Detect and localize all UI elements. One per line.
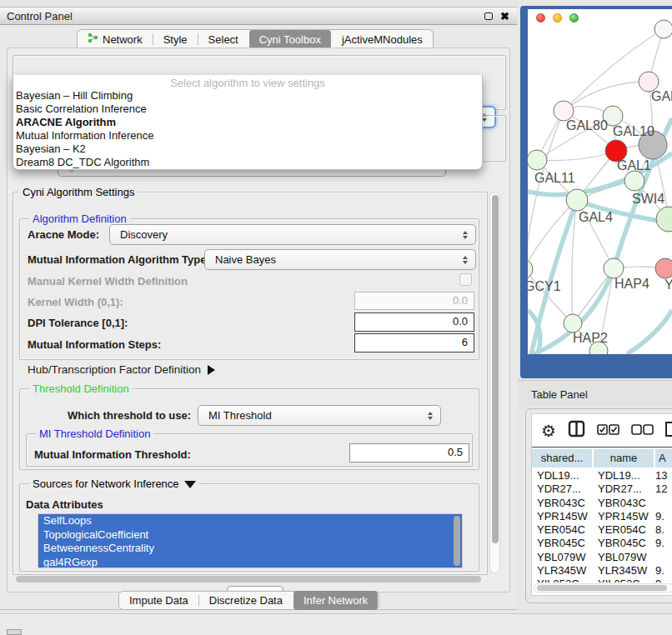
network-graph[interactable]: GAL GAL80 GAL10 GAL1 GAL11 SWI4 GAL4 GCY…: [528, 9, 672, 354]
cell: 9.: [653, 537, 672, 550]
settings-hscrollbar-thumb[interactable]: [16, 576, 481, 582]
node-label: Y: [664, 278, 672, 292]
mi-algorithm-type-label: Mutual Information Algorithm Type:: [28, 253, 210, 266]
which-threshold-combobox[interactable]: MI Threshold: [198, 405, 441, 426]
node-gcy1[interactable]: [528, 259, 533, 279]
column-header-shared[interactable]: shared...: [532, 449, 592, 468]
cell: YER054C: [532, 523, 592, 537]
control-panel-titlebar: Control Panel ✖: [0, 7, 517, 25]
cell: 8.: [653, 523, 672, 537]
cell: 9: [653, 578, 672, 582]
dpi-tolerance-field[interactable]: 0.0: [354, 312, 474, 332]
tab-network[interactable]: Network: [78, 30, 153, 49]
cell: YPR145W: [592, 510, 653, 523]
tab-discretize-data[interactable]: Discretize Data: [199, 591, 293, 610]
attribute-item-selected[interactable]: BetweennessCentrality: [38, 542, 462, 556]
table-row[interactable]: YDR27...YDR27...12: [532, 482, 672, 496]
float-panel-icon[interactable]: [484, 12, 493, 20]
node-gal11[interactable]: [528, 150, 547, 170]
sources-group-title[interactable]: Sources for Network Inference: [29, 478, 199, 490]
deselect-all-icon[interactable]: [631, 423, 654, 438]
algorithm-definition-title: Algorithm Definition: [29, 212, 130, 225]
table-row[interactable]: YPR145WYPR145W9.: [532, 510, 672, 523]
node-gal4[interactable]: [566, 189, 588, 211]
dropdown-item[interactable]: Dream8 DC_TDC Algorithm: [13, 156, 482, 169]
select-all-icon[interactable]: [597, 423, 619, 438]
expand-arrow-icon[interactable]: [208, 365, 215, 375]
node-label: GCY1: [528, 279, 561, 293]
tab-impute-data[interactable]: Impute Data: [119, 591, 198, 610]
network-canvas[interactable]: GAL GAL80 GAL10 GAL1 GAL11 SWI4 GAL4 GCY…: [528, 9, 672, 354]
file-icon[interactable]: [665, 421, 672, 441]
manual-kernel-width-checkbox[interactable]: [459, 273, 472, 286]
which-threshold-label: Which threshold to use:: [68, 409, 191, 422]
node-label: GAL10: [613, 124, 654, 138]
close-icon[interactable]: ✖: [500, 10, 509, 22]
attributes-scrollbar-thumb[interactable]: [454, 516, 460, 566]
node[interactable]: [656, 207, 672, 232]
tab-style[interactable]: Style: [153, 30, 198, 49]
table-horizontal-scrollbar[interactable]: [534, 583, 672, 592]
cell: 9.: [653, 564, 672, 578]
column-header-clipped[interactable]: A: [655, 449, 672, 468]
status-bar: [0, 614, 672, 635]
cyni-toolbox-panel: gal4filtered.sif default node Select alg…: [7, 48, 510, 592]
aracne-mode-combobox[interactable]: Discovery: [109, 224, 476, 245]
node-salmon[interactable]: [655, 258, 672, 278]
tab-infer-network[interactable]: Infer Network: [293, 591, 378, 610]
tab-cyni-toolbox[interactable]: Cyni Toolbox: [249, 30, 331, 49]
kernel-width-label: Kernel Width (0,1):: [28, 296, 123, 308]
dropdown-item[interactable]: Basic Correlation Inference: [13, 102, 482, 116]
attribute-item-selected[interactable]: gal4RGexp: [38, 556, 462, 569]
mi-algorithm-type-combobox[interactable]: Naive Bayes: [204, 249, 476, 270]
table-row[interactable]: YBR045CYBR045C9.: [532, 537, 672, 550]
status-widget-clipped[interactable]: [7, 629, 22, 635]
cell: YDR27...: [532, 482, 592, 496]
threshold-definition-title: Threshold Definition: [29, 382, 133, 395]
collapse-arrow-icon[interactable]: [184, 481, 196, 488]
cell: YIL052C: [532, 578, 592, 582]
settings-vertical-scrollbar[interactable]: [489, 192, 500, 573]
table-row[interactable]: YER054CYER054C8.: [532, 523, 672, 537]
cell: YDL19...: [532, 469, 592, 482]
node-label: GAL4: [579, 210, 613, 224]
table-row[interactable]: YBR043CYBR043C: [532, 497, 672, 510]
node-hap4[interactable]: [604, 258, 624, 278]
hub-definition-toggle[interactable]: Hub/Transcription Factor Definition: [28, 363, 215, 376]
node[interactable]: [654, 20, 672, 38]
split-columns-icon[interactable]: [568, 420, 585, 441]
settings-horizontal-scrollbar[interactable]: [14, 575, 486, 582]
tab-select[interactable]: Select: [198, 30, 248, 49]
sources-title-label: Sources for Network Inference: [33, 478, 179, 490]
network-window-frame[interactable]: GAL GAL80 GAL10 GAL1 GAL11 SWI4 GAL4 GCY…: [520, 6, 672, 378]
cell: 13: [653, 469, 672, 482]
cell: [653, 497, 672, 510]
mi-steps-label: Mutual Information Steps:: [28, 338, 161, 351]
window-title: Control Panel: [7, 10, 73, 22]
column-header-name[interactable]: name: [594, 449, 654, 468]
node-label: SWI4: [632, 192, 664, 206]
node-hap2[interactable]: [564, 314, 582, 332]
table-row[interactable]: YBL079WYBL079W: [532, 551, 672, 564]
settings-scrollbar-thumb[interactable]: [492, 195, 499, 543]
table-row[interactable]: YIL052CYIL052C9: [532, 578, 672, 582]
table-row[interactable]: YLR345WYLR345W9.: [532, 564, 672, 578]
table-row[interactable]: YDL19...YDL19...13: [532, 469, 672, 482]
cell: YDL19...: [592, 469, 653, 482]
dropdown-item[interactable]: Bayesian – K2: [13, 142, 482, 156]
attribute-item-selected[interactable]: TopologicalCoefficient: [38, 528, 462, 542]
node-swi4[interactable]: [624, 171, 644, 191]
dropdown-item[interactable]: Bayesian – Hill Climbing: [13, 89, 482, 102]
network-icon: [88, 30, 98, 49]
dropdown-item-highlighted[interactable]: ARACNE Algorithm: [13, 116, 482, 129]
table-toolbar: ⚙: [532, 414, 672, 448]
mi-threshold-field[interactable]: 0.5: [349, 443, 469, 462]
mi-steps-field[interactable]: 6: [354, 333, 474, 352]
attribute-item-selected[interactable]: SelfLoops: [38, 514, 462, 528]
table-header-row: shared... name A: [532, 449, 672, 468]
gear-icon[interactable]: ⚙: [541, 421, 556, 441]
kernel-width-field[interactable]: 0.0: [354, 292, 474, 310]
dropdown-item[interactable]: Mutual Information Inference: [13, 129, 482, 142]
tab-jactivemnodules[interactable]: jActiveMNodules: [332, 30, 433, 49]
table-hscrollbar-thumb[interactable]: [537, 585, 667, 591]
